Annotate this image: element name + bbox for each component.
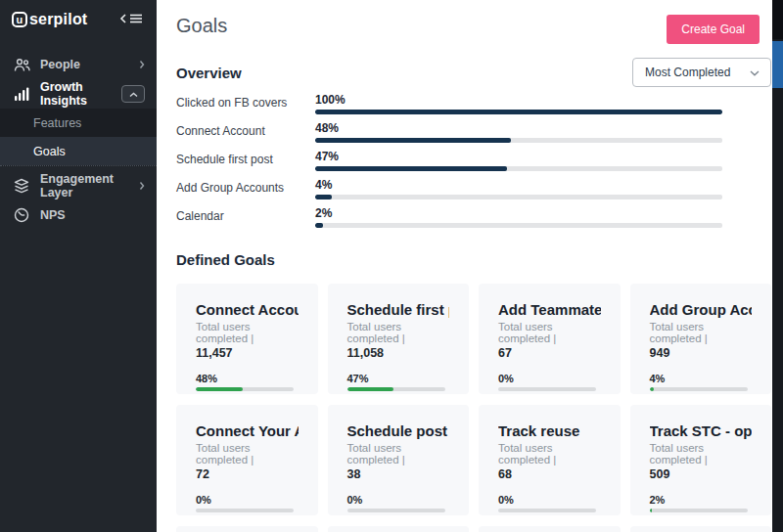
overview-bar-row: Calendar 2%: [176, 208, 722, 228]
overview-section: Overview Most Completed Clicked on FB co…: [176, 58, 771, 228]
goal-card-percent-label: 0%: [498, 494, 601, 506]
goal-card-subtitle: Total users completed |: [650, 321, 753, 344]
app-window: userpilot People: [0, 0, 783, 532]
goal-card-percent-label: 47%: [347, 373, 450, 384]
bar-box: 100%: [315, 93, 722, 114]
page-header: Goals Create Goal: [157, 0, 783, 58]
bar-box: 2%: [315, 206, 722, 228]
goal-card-title: Track STC - open: [650, 422, 753, 439]
goal-card-title: Add Teammates: [498, 301, 601, 318]
bar-fill: [315, 195, 332, 200]
bar-fill: [315, 166, 507, 171]
goal-card-users-count: 509: [650, 467, 753, 481]
chevron-up-icon: [129, 87, 138, 101]
goal-card-users-count: 11,058: [347, 346, 450, 360]
goal-card-users-count: 72: [196, 467, 299, 481]
goal-card-subtitle: Total users completed |: [347, 442, 450, 466]
bar-label: Calendar: [176, 209, 315, 228]
goal-card[interactable]: Track STC - open Total users completed |…: [630, 405, 772, 515]
goal-card-progress-track: [650, 387, 748, 391]
logo-u-mark: u: [12, 12, 27, 27]
goal-card[interactable]: Add Teammates Total users completed | 67…: [479, 284, 621, 394]
scrollbar-thumb[interactable]: [772, 41, 783, 88]
overview-heading: Overview: [176, 65, 242, 81]
bar-box: 47%: [315, 150, 722, 171]
create-goal-button[interactable]: Create Goal: [667, 15, 760, 44]
sidebar-subitem-features[interactable]: Features: [0, 109, 157, 137]
chevron-left-icon: [119, 11, 127, 28]
goal-card-title: Schedule post n…: [347, 422, 450, 439]
goal-card-partial[interactable]: [630, 526, 772, 532]
goal-card-progress-fill: [347, 387, 393, 391]
bar-box: 4%: [315, 178, 722, 200]
goal-card-progress-fill: [650, 509, 652, 512]
goal-card[interactable]: Add Group Acco… Total users completed | …: [630, 284, 772, 394]
goal-card-users-count: 67: [498, 346, 601, 360]
goal-card-progress-fill: [650, 387, 654, 391]
goal-card-progress-track: [498, 509, 596, 512]
submenu-item-label: Goals: [33, 145, 66, 158]
bar-label: Schedule first post: [176, 153, 315, 171]
goal-card-users-count: 949: [650, 346, 753, 360]
goal-card[interactable]: Schedule first p… Total users completed …: [328, 284, 470, 394]
sidebar-item-people[interactable]: People: [0, 50, 157, 79]
goal-card-partial[interactable]: [328, 526, 470, 532]
hamburger-icon: [129, 11, 143, 28]
sidebar-item-label: Engagement Layer: [40, 172, 139, 200]
sidebar-subitem-goals[interactable]: Goals: [0, 137, 157, 165]
bar-fill: [315, 110, 722, 114]
goal-card[interactable]: Connect Your Ac… Total users completed |…: [176, 405, 318, 515]
chevron-right-icon: [139, 181, 145, 191]
goal-card-partial[interactable]: [176, 526, 318, 532]
goal-card[interactable]: Connect Account Total users completed | …: [176, 284, 318, 394]
layers-icon: [12, 178, 31, 194]
goal-card-subtitle: Total users completed |: [498, 442, 601, 466]
bar-chart-icon: [12, 87, 31, 101]
bar-track: [315, 166, 722, 171]
goal-card-progress-track: [650, 509, 748, 512]
bar-label: Add Group Accounts: [176, 181, 315, 200]
goal-card-title: Connect Account: [196, 301, 299, 318]
chevron-down-icon: [750, 66, 760, 79]
overview-bar-row: Connect Account 48%: [176, 123, 722, 143]
goal-card-title: Add Group Acco…: [650, 301, 753, 318]
overview-bar-row: Add Group Accounts 4%: [176, 180, 722, 200]
bar-label: Clicked on FB covers: [176, 96, 315, 114]
bar-percent-label: 100%: [315, 93, 722, 107]
goal-card-partial[interactable]: [479, 526, 621, 532]
sidebar-item-engagement-layer[interactable]: Engagement Layer: [0, 171, 157, 200]
bar-percent-label: 4%: [315, 178, 722, 192]
goal-card-percent-label: 0%: [498, 373, 601, 384]
growth-insights-collapse-button[interactable]: [121, 85, 145, 103]
bar-percent-label: 48%: [315, 121, 722, 135]
overview-bars: Clicked on FB covers 100% Connect Accoun…: [176, 95, 722, 228]
sort-dropdown-value: Most Completed: [645, 66, 730, 79]
bar-percent-label: 47%: [315, 150, 722, 163]
vertical-scrollbar[interactable]: [772, 0, 783, 532]
goal-card[interactable]: Schedule post n… Total users completed |…: [328, 405, 470, 515]
logo-row: userpilot: [0, 0, 157, 34]
sidebar-collapse-button[interactable]: [119, 11, 143, 28]
sidebar-item-nps[interactable]: NPS: [0, 200, 157, 230]
growth-insights-submenu: Features Goals: [0, 109, 157, 166]
defined-goals-heading: Defined Goals: [176, 251, 275, 268]
goal-card-percent-label: 0%: [196, 494, 299, 506]
overview-head: Overview Most Completed: [176, 58, 771, 87]
page-title: Goals: [176, 15, 227, 37]
sidebar-nav: People Growth Insights: [0, 50, 157, 230]
sidebar-item-label: Growth Insights: [40, 80, 121, 108]
bar-track: [315, 223, 722, 228]
goal-card-title: Track reuse: [498, 422, 601, 439]
goal-card-percent-label: 48%: [196, 373, 299, 384]
sidebar-item-growth-insights[interactable]: Growth Insights: [0, 79, 157, 109]
goal-card-title: Connect Your Ac…: [196, 422, 299, 439]
content: Overview Most Completed Clicked on FB co…: [157, 58, 783, 532]
goal-card-users-count: 38: [347, 467, 450, 481]
defined-goals-section: Defined Goals Connect Account Total user…: [176, 251, 771, 532]
scrollbar-top-cap: [772, 0, 783, 39]
goal-card-subtitle: Total users completed |: [347, 321, 450, 344]
main-panel: Goals Create Goal Overview Most Complete…: [157, 0, 783, 532]
bar-percent-label: 2%: [315, 206, 722, 220]
goal-card[interactable]: Track reuse Total users completed | 68 0…: [479, 405, 621, 515]
sort-dropdown[interactable]: Most Completed: [632, 58, 771, 87]
